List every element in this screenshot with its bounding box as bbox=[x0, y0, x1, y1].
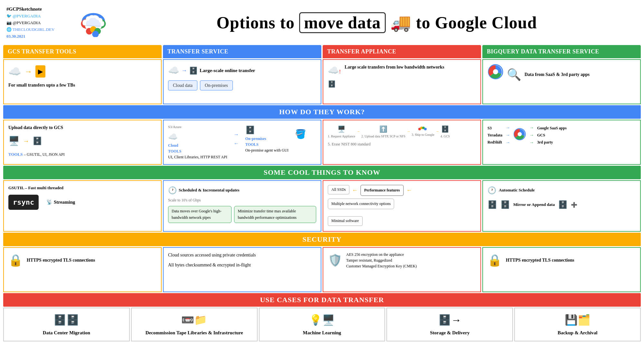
security-band: SECURITY bbox=[3, 233, 641, 246]
step-3: 3. Ship to Google bbox=[412, 126, 434, 137]
storage-icon: 🗄️→ bbox=[438, 313, 461, 327]
bq-cool-plus-icon: ➕ bbox=[571, 201, 577, 209]
step1-icon: 🖥️ bbox=[337, 124, 346, 134]
rsync-label: rsync bbox=[8, 195, 39, 210]
ts-description: Large-scale online transfer bbox=[200, 67, 255, 74]
website: 🌐 THECLOUDGIRL.DEV bbox=[6, 26, 71, 33]
main-container: GCS TRANSFER TOOLS TRANSFER SERVICE TRAN… bbox=[0, 45, 644, 341]
ts-cloud-icon: ☁️ bbox=[168, 64, 179, 77]
step2-label: 2. Upload data SFTP, SCP or NFS bbox=[361, 134, 405, 139]
ts-cool-header: 🕐 Scheduled & Incremental updates bbox=[168, 185, 316, 196]
gcs-how-title: Upload data directly to GCS bbox=[8, 124, 156, 131]
bq-sources: S3 Teradata RedShift bbox=[488, 125, 502, 145]
bq-clock-icon: 🕐 bbox=[488, 185, 496, 196]
arrow-icon: → bbox=[24, 66, 32, 77]
bq-targets: Google SaaS apps GCS 3rd party bbox=[537, 125, 566, 145]
ts-arrow: → bbox=[181, 66, 187, 75]
bq-header: BIGQUERY DATA TRANSFER SERVICE bbox=[482, 45, 641, 58]
bq-lock-icon: 🔒 bbox=[488, 252, 502, 269]
header-branding: #GCPSketchnote 🐦 @PVERGADIA 📷 @PVERGADIA… bbox=[6, 5, 71, 40]
appliance-minimal: Minimal software bbox=[328, 216, 476, 227]
bq-search-icon: 🔍 bbox=[507, 66, 521, 83]
ts-arrows: → ← bbox=[234, 131, 239, 147]
step3-label: 3. Ship to Google bbox=[412, 132, 434, 137]
ts-security-cell: Cloud sources accessed using private cre… bbox=[163, 247, 321, 292]
step-arrow2: → bbox=[407, 129, 410, 134]
title-suffix: to Google Cloud bbox=[416, 14, 537, 32]
bq-teradata: Teradata bbox=[488, 132, 502, 138]
tape-icon: 📼📁 bbox=[181, 313, 207, 327]
use-cases-row: 🗄️🗄️ Data Center Migration 📼📁 Decommissi… bbox=[3, 308, 641, 342]
use-cases-band: USE CASES FOR DATA TRANSFER bbox=[3, 293, 641, 307]
title-move-data: move data bbox=[299, 12, 386, 33]
gcs-security-cell: 🔒 HTTPS encrypted TLS connections bbox=[3, 247, 162, 292]
bq-cool-db-icon1: 🗄️ bbox=[488, 199, 497, 211]
ts-tag-onprem: On-premises bbox=[200, 80, 233, 90]
ts-cool-subtitle: Scale to 10's of Gbps bbox=[168, 197, 316, 203]
datacenter-label: Data Center Migration bbox=[43, 330, 90, 336]
ts-cool-title: Scheduled & Incremental updates bbox=[179, 187, 240, 194]
instagram-handle: 📷 @PVERGADIA bbox=[6, 20, 71, 26]
ts-tools-onprem-desc: On-premise agent with GUI bbox=[245, 147, 289, 153]
appliance-cloud-icon: ☁️! bbox=[328, 64, 341, 77]
gcs-how-db-icon: 🗄️ bbox=[33, 135, 42, 147]
ts-clock-icon: 🕐 bbox=[168, 185, 177, 196]
appliance-shield-icon: 🛡️ bbox=[328, 252, 342, 269]
bq-target-saas: Google SaaS apps bbox=[537, 125, 566, 131]
step-arrow1: → bbox=[356, 129, 360, 134]
appliance-desc-cell: ☁️! 🗄️ Large scale transfers from low ba… bbox=[323, 59, 481, 104]
bq-security-content: 🔒 HTTPS encrypted TLS connections bbox=[488, 252, 636, 269]
step-1: 🖥️ 1. Request Appliance bbox=[328, 124, 355, 139]
ts-cloud-symbol: ☁️ bbox=[168, 131, 227, 143]
appliance-header: TRANSFER APPLIANCE bbox=[323, 45, 481, 58]
appliance-sec-line2: Tamper resistant, Ruggedized bbox=[346, 257, 417, 263]
datacenter-icon: 🗄️🗄️ bbox=[53, 313, 79, 327]
cloud-icon: ☁️ bbox=[8, 64, 21, 79]
google-cloud-logo bbox=[76, 8, 111, 37]
use-case-storage: 🗄️→ Storage & Delivery bbox=[386, 308, 513, 342]
twitter-handle: 🐦 @PVERGADIA bbox=[6, 13, 71, 20]
bq-chart-icon bbox=[488, 64, 504, 85]
ts-cloud-side: S3/Azure ☁️ Cloud TOOLS UI, Client Libra… bbox=[168, 124, 227, 160]
gcs-how-cell: Upload data directly to GCS 🖥️ → 🗄️ TOOL… bbox=[3, 120, 162, 165]
bq-target-gcs: GCS bbox=[537, 132, 566, 138]
gcs-cool-icons: rsync 📡 Streaming bbox=[8, 195, 156, 210]
title-prefix: Options to bbox=[216, 14, 295, 32]
ts-tools-cloud-desc: UI, Client Libraries, HTTP REST API bbox=[168, 154, 227, 160]
gcs-cool-title: GSUTIL – Fast multi threaded bbox=[8, 185, 156, 191]
google-logo-small bbox=[418, 126, 428, 132]
gcs-tools: TOOLS – GSUTIL, UI, JSON API bbox=[8, 151, 156, 158]
ts-arrow-right: → bbox=[234, 131, 239, 138]
play-icon: ▶ bbox=[35, 65, 45, 78]
tape-label: Decommission Tape Libraries & Infrastruc… bbox=[146, 330, 243, 336]
use-case-ml: 💡🖥️ Machine Learning bbox=[259, 308, 385, 342]
bq-arrow2: → bbox=[506, 132, 510, 138]
gcs-cool-cell: GSUTIL – Fast multi threaded rsync 📡 Str… bbox=[3, 180, 162, 232]
backup-label: Backup & Archival bbox=[558, 330, 598, 336]
bq-cool-db-icon3: 🗄️ bbox=[558, 199, 568, 211]
use-case-datacenter: 🗄️🗄️ Data Center Migration bbox=[3, 308, 130, 342]
bq-arrows-left: → → → bbox=[506, 124, 510, 146]
step1-label: 1. Request Appliance bbox=[328, 134, 355, 139]
ml-label: Machine Learning bbox=[303, 330, 341, 336]
storage-label: Storage & Delivery bbox=[430, 330, 469, 336]
bq-description: Data from SaaS & 3rd party apps bbox=[525, 71, 590, 78]
description-row: ☁️ → ▶ For small transfers upto a few TB… bbox=[3, 59, 641, 104]
backup-icon: 💾🗂️ bbox=[565, 313, 591, 327]
appliance-arrow-net: ← bbox=[406, 186, 412, 195]
header: #GCPSketchnote 🐦 @PVERGADIA 📷 @PVERGADIA… bbox=[0, 0, 644, 45]
step-2: ⬆️ 2. Upload data SFTP, SCP or NFS bbox=[361, 124, 405, 139]
step2-icon: ⬆️ bbox=[379, 124, 387, 134]
bq-security-title: HTTPS encrypted TLS connections bbox=[506, 257, 574, 264]
gcs-lock-icon: 🔒 bbox=[8, 252, 23, 269]
gcs-security-content: 🔒 HTTPS encrypted TLS connections bbox=[8, 252, 156, 269]
ts-onprem-server: 🗄️ bbox=[245, 124, 289, 136]
gcs-computer-icon: 🖥️ bbox=[8, 134, 20, 148]
bq-arrow3: → bbox=[506, 139, 510, 146]
use-case-tape: 📼📁 Decommission Tape Libraries & Infrast… bbox=[131, 308, 258, 342]
cool-things-row: GSUTIL – Fast multi threaded rsync 📡 Str… bbox=[3, 180, 641, 232]
ts-cool-boxes: Data moves over Google's high-bandwidth … bbox=[168, 206, 316, 225]
bq-cool-desc: Mirror or Append data bbox=[513, 201, 555, 208]
gcs-tools-desc: – GSUTIL, UI, JSON API bbox=[24, 152, 65, 157]
svg-point-10 bbox=[493, 69, 498, 74]
